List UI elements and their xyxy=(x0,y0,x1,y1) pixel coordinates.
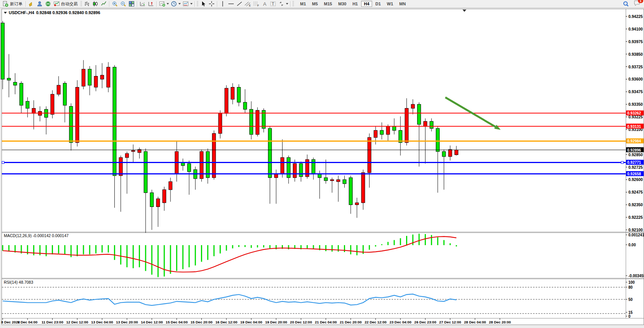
price-tag-label: 0.92896 xyxy=(627,148,641,152)
timeframe-h1[interactable]: H1 xyxy=(350,1,360,7)
bar-chart-type-icon[interactable] xyxy=(83,0,91,8)
candlestick-chart-type-icon[interactable] xyxy=(91,0,100,8)
price-tick-label: 0.92475 xyxy=(628,190,643,194)
price-tick-label: 0.94225 xyxy=(628,14,643,19)
chart-window-background xyxy=(2,9,644,325)
price-tick-label: 0.92350 xyxy=(628,202,643,207)
time-tick-label: 20 Dec 12:00 xyxy=(290,320,312,324)
time-tick-label: 19 Dec 20:00 xyxy=(265,320,287,324)
toolbar-separator xyxy=(137,1,137,7)
time-tick-label: 26 Dec 23:00 xyxy=(414,320,437,324)
time-tick-label: 9 Dec 04:00 xyxy=(18,320,37,324)
time-tick-label: 13 Dec 20:00 xyxy=(116,320,138,324)
trendline-tool-icon[interactable] xyxy=(235,0,244,8)
text-label-tool-icon[interactable]: T xyxy=(269,0,277,8)
new-chart-dropdown-caret[interactable] xyxy=(167,3,169,5)
chart-canvas[interactable]: 0.942250.941000.939750.938500.937250.936… xyxy=(0,0,644,328)
text-tool-icon[interactable]: A xyxy=(260,0,269,8)
svg-text:E: E xyxy=(249,4,251,7)
toolbar-separator xyxy=(217,1,217,7)
time-tick-label: 22 Dec 12:00 xyxy=(365,320,387,324)
signals-icon[interactable] xyxy=(35,0,44,8)
new-order-label[interactable]: 新订单 xyxy=(10,1,22,7)
indicators-template-icon[interactable] xyxy=(181,0,190,8)
horizontal-line-tool-icon[interactable] xyxy=(227,0,235,8)
time-tick-label: 21 Dec 20:00 xyxy=(340,320,362,324)
timeframe-m1[interactable]: M1 xyxy=(297,1,308,7)
toolbar-separator xyxy=(156,1,157,7)
top-toolbar: 新订单 自动交易 xyxy=(0,0,644,8)
autotrading-label[interactable]: 自动交易 xyxy=(61,1,78,7)
time-tick-label: 11 Dec 23:00 xyxy=(42,320,63,324)
time-tick-label: 28 Dec 04:00 xyxy=(464,320,486,324)
line-chart-type-icon[interactable] xyxy=(100,0,108,8)
price-tick-label: 0.92225 xyxy=(628,215,643,220)
marketplace-icon[interactable] xyxy=(27,0,35,8)
price-tick-label: 0.93475 xyxy=(628,89,643,94)
macd-axis-label: 0.001241 xyxy=(628,233,644,237)
price-tick-label: 0.94100 xyxy=(628,27,643,31)
news-broadcast-icon[interactable] xyxy=(44,0,52,8)
toolbar-separator xyxy=(290,1,291,7)
time-tick-label: 14 Dec 12:00 xyxy=(141,320,163,324)
equidistant-channel-tool-icon[interactable]: E xyxy=(244,0,252,8)
timeframe-d1[interactable]: D1 xyxy=(373,1,384,7)
rsi-axis-label: 80 xyxy=(628,285,633,289)
timeframe-m30[interactable]: M30 xyxy=(336,1,349,7)
toolbar-grip xyxy=(292,1,294,6)
new-chart-icon[interactable] xyxy=(158,0,166,8)
price-tick-label: 0.92600 xyxy=(628,177,643,182)
zoom-in-icon[interactable] xyxy=(111,0,119,8)
time-tick-label: 8 Dec 2022 xyxy=(1,320,20,324)
timeframe-w1[interactable]: W1 xyxy=(384,1,396,7)
zoom-out-icon[interactable] xyxy=(119,0,127,8)
template-dropdown-caret[interactable] xyxy=(190,3,193,5)
arrows-tool-icon[interactable] xyxy=(277,0,286,8)
time-tick-label: 23 Dec 04:00 xyxy=(389,320,411,324)
timeframe-m15[interactable]: M15 xyxy=(321,1,335,7)
time-tick-label: 15 Dec 04:00 xyxy=(166,320,188,324)
timeframe-mn[interactable]: MN xyxy=(397,1,408,7)
profiles-dropdown-caret[interactable] xyxy=(178,3,181,5)
svg-text:A: A xyxy=(263,1,267,7)
profiles-clock-icon[interactable] xyxy=(170,0,178,8)
crosshair-icon[interactable] xyxy=(207,0,216,8)
time-tick-label: 28 Dec 20:00 xyxy=(489,320,511,324)
vertical-line-tool-icon[interactable] xyxy=(218,0,227,8)
timeframe-m5[interactable]: M5 xyxy=(309,1,320,7)
price-tick-label: 0.92850 xyxy=(628,152,643,157)
fibonacci-tool-icon[interactable]: F xyxy=(252,0,260,8)
svg-text:F: F xyxy=(257,4,259,7)
search-icon[interactable] xyxy=(622,0,630,8)
auto-scroll-icon[interactable] xyxy=(138,0,147,8)
symbol-dropdown-icon[interactable] xyxy=(4,12,7,14)
time-tick-label: 12 Dec 12:00 xyxy=(66,320,88,324)
price-tick-label: 0.92100 xyxy=(628,228,643,232)
time-tick-label: 15 Dec 20:00 xyxy=(191,320,213,324)
price-tick-label: 0.93725 xyxy=(628,65,643,69)
line-selection-handle xyxy=(2,161,4,163)
line-selection-handle xyxy=(621,161,623,163)
chat-button[interactable]: 1 xyxy=(634,0,641,8)
time-tick-label: 16 Dec 12:00 xyxy=(215,320,238,324)
timeframe-switcher: M1M5M15M30H1H4D1W1MN xyxy=(297,1,409,7)
cursor-pointer-icon[interactable] xyxy=(199,0,207,8)
chart-shift-icon[interactable] xyxy=(147,0,155,8)
price-tag-label: 0.92984 xyxy=(627,139,641,143)
toolbar-separator xyxy=(26,1,26,7)
toolbar-grip xyxy=(80,1,82,6)
ohlc-readout: 0.92848 0.92936 0.92840 0.92896 xyxy=(36,10,100,15)
chart-header[interactable]: USDCHF-,H4 0.92848 0.92936 0.92840 0.928… xyxy=(4,10,100,15)
toolbar-right-group: 1 xyxy=(622,0,641,8)
price-tick-label: 0.93850 xyxy=(628,52,643,57)
time-tick-label: 21 Dec 04:00 xyxy=(315,320,337,324)
autotrading-icon[interactable] xyxy=(52,0,61,8)
price-tick-label: 0.93350 xyxy=(628,102,643,107)
price-tick-label: 0.93600 xyxy=(628,77,643,81)
new-order-icon[interactable] xyxy=(1,0,10,8)
timeframe-h4[interactable]: H4 xyxy=(361,1,372,7)
macd-axis-label: 0.00 xyxy=(628,243,636,247)
price-tick-label: 0.92725 xyxy=(628,165,643,170)
arrows-dropdown-caret[interactable] xyxy=(286,3,288,5)
tile-windows-icon[interactable] xyxy=(127,0,136,8)
